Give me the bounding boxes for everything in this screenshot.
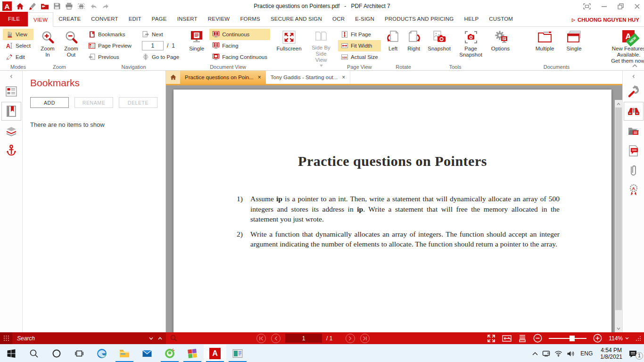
facing-continuous-view-button[interactable]: Facing Continuous xyxy=(209,51,270,63)
search-previous-icon[interactable] xyxy=(158,337,162,340)
snapshot-button[interactable]: Snapshot xyxy=(426,29,453,52)
app-logo-icon[interactable]: A xyxy=(2,1,12,11)
tools-panel-button[interactable] xyxy=(624,82,644,101)
zoom-in-button[interactable]: Zoom In xyxy=(37,29,58,58)
vertical-scrollbar[interactable] xyxy=(615,100,622,332)
search-panel-button[interactable] xyxy=(624,102,644,121)
cortana-button[interactable] xyxy=(45,345,68,362)
new-features-button[interactable]: A NEW New Features Available.Get them no… xyxy=(601,29,644,64)
tab-products-and-pricing[interactable]: PRODUCTS AND PRICING xyxy=(380,12,459,26)
clock[interactable]: 4:54 PM1/8/2021 xyxy=(598,347,624,360)
tab-file[interactable]: FILE xyxy=(0,12,28,26)
task-view-button[interactable] xyxy=(68,345,91,362)
print-icon[interactable] xyxy=(65,2,73,10)
rename-bookmark-button[interactable]: RENAME xyxy=(74,97,113,108)
fit-width-button[interactable]: Fit Width xyxy=(338,40,381,51)
tab-view[interactable]: VIEW xyxy=(28,12,53,27)
undo-icon[interactable] xyxy=(90,3,98,10)
collapse-left-panel-icon[interactable] xyxy=(0,73,22,80)
collapse-right-panel-icon[interactable] xyxy=(623,73,644,80)
image-viewer-app-icon[interactable] xyxy=(226,345,249,362)
colored-squares-app-icon[interactable] xyxy=(181,345,204,362)
search-next-icon[interactable] xyxy=(149,337,153,340)
next-page-button[interactable]: Next xyxy=(139,29,182,40)
page-preview-panel-button[interactable] xyxy=(1,82,21,101)
tab-insert[interactable]: INSERT xyxy=(172,12,203,26)
scrollbar-thumb[interactable] xyxy=(615,107,622,310)
close-tab-icon[interactable]: × xyxy=(342,74,345,81)
bookmarks-panel-button[interactable] xyxy=(1,102,21,121)
edit-mode-button[interactable]: Edit xyxy=(3,51,33,63)
actual-size-button[interactable]: 100 Actual Size xyxy=(338,51,381,63)
tab-secure-and-sign[interactable]: SECURE AND SIGN xyxy=(265,12,327,26)
minimize-icon[interactable] xyxy=(601,3,607,9)
options-button[interactable]: Options xyxy=(488,29,513,52)
next-page-icon[interactable] xyxy=(345,333,355,344)
language-indicator[interactable]: ENG xyxy=(579,350,594,357)
anchor-panel-button[interactable] xyxy=(1,141,21,160)
close-icon[interactable] xyxy=(634,3,640,9)
zoom-in-status-icon[interactable] xyxy=(593,334,602,343)
export-panel-button[interactable] xyxy=(624,122,644,140)
restore-icon[interactable] xyxy=(618,3,624,9)
scroll-up-icon[interactable] xyxy=(615,100,622,107)
side-by-side-view-button[interactable]: Side By Side View xyxy=(308,29,334,67)
tab-e-sign[interactable]: E-SIGN xyxy=(350,12,380,26)
view-mode-button[interactable]: View xyxy=(3,29,33,40)
edge-icon[interactable] xyxy=(91,345,113,362)
status-page-layout-icon[interactable] xyxy=(518,334,527,343)
volume-icon[interactable] xyxy=(567,350,575,357)
page-preview-button[interactable]: Page Preview xyxy=(85,40,134,51)
tab-help[interactable]: HELP xyxy=(459,12,484,26)
page-snapshot-button[interactable]: Page Snapshot xyxy=(457,29,485,58)
start-button[interactable] xyxy=(0,345,23,362)
scroll-down-icon[interactable] xyxy=(615,325,622,332)
pdf-architect-taskbar-icon[interactable]: A xyxy=(204,345,226,362)
mail-icon[interactable] xyxy=(136,345,158,362)
close-tab-icon[interactable]: × xyxy=(258,74,261,81)
page-number-input[interactable] xyxy=(142,41,164,50)
home-tab[interactable] xyxy=(166,71,180,84)
coccoc-browser-icon[interactable] xyxy=(158,345,181,362)
signatures-panel-button[interactable]: A xyxy=(624,181,644,200)
rotate-right-button[interactable]: Right xyxy=(405,29,422,52)
tab-ocr[interactable]: OCR xyxy=(327,12,350,26)
fullscreen-toggle-icon[interactable] xyxy=(583,3,591,9)
home-icon[interactable] xyxy=(16,2,24,10)
go-to-page-button[interactable]: Go to Page xyxy=(139,51,182,63)
pdf-page[interactable]: Practice questions on Pointers 1) Assume… xyxy=(173,90,611,332)
single-view-button[interactable]: Single xyxy=(186,29,207,52)
continuous-view-button[interactable]: Continuous xyxy=(209,29,270,40)
tray-expand-icon[interactable] xyxy=(532,352,538,355)
last-page-icon[interactable] xyxy=(360,333,370,344)
zoom-out-status-icon[interactable] xyxy=(533,334,542,343)
status-menu-icon[interactable] xyxy=(0,332,12,344)
tab-edit[interactable]: EDIT xyxy=(124,12,147,26)
facing-view-button[interactable]: Facing xyxy=(209,40,270,51)
taskbar-search-button[interactable] xyxy=(23,345,45,362)
status-fit-width-icon[interactable] xyxy=(502,335,512,342)
comments-panel-button[interactable] xyxy=(624,141,644,160)
action-center-icon[interactable]: 1 xyxy=(628,350,642,358)
search-input[interactable] xyxy=(12,335,149,342)
tab-review[interactable]: REVIEW xyxy=(203,12,235,26)
save-icon[interactable] xyxy=(53,2,61,10)
attachments-panel-button[interactable] xyxy=(624,161,644,180)
fit-page-button[interactable]: Fit Page xyxy=(338,29,381,40)
status-page-input[interactable] xyxy=(285,334,322,343)
zoom-out-button[interactable]: Zoom Out xyxy=(61,29,82,58)
select-mode-button[interactable]: A Select xyxy=(3,40,33,51)
tab-page[interactable]: PAGE xyxy=(147,12,172,26)
document-canvas[interactable]: Practice questions on Pointers 1) Assume… xyxy=(166,85,622,332)
redo-icon[interactable] xyxy=(102,3,110,10)
tab-forms[interactable]: FORMS xyxy=(235,12,265,26)
open-file-icon[interactable] xyxy=(41,2,49,10)
first-page-icon[interactable] xyxy=(256,333,266,344)
file-explorer-icon[interactable] xyxy=(113,345,136,362)
documents-single-button[interactable]: Single xyxy=(564,29,585,52)
bookmarks-button[interactable]: Bookmarks xyxy=(85,29,134,40)
brush-icon[interactable] xyxy=(28,2,36,10)
fullscreen-button[interactable]: Fullscreen xyxy=(274,29,304,52)
delete-bookmark-button[interactable]: DELETE xyxy=(119,97,157,108)
tab-custom[interactable]: CUSTOM xyxy=(484,12,518,26)
